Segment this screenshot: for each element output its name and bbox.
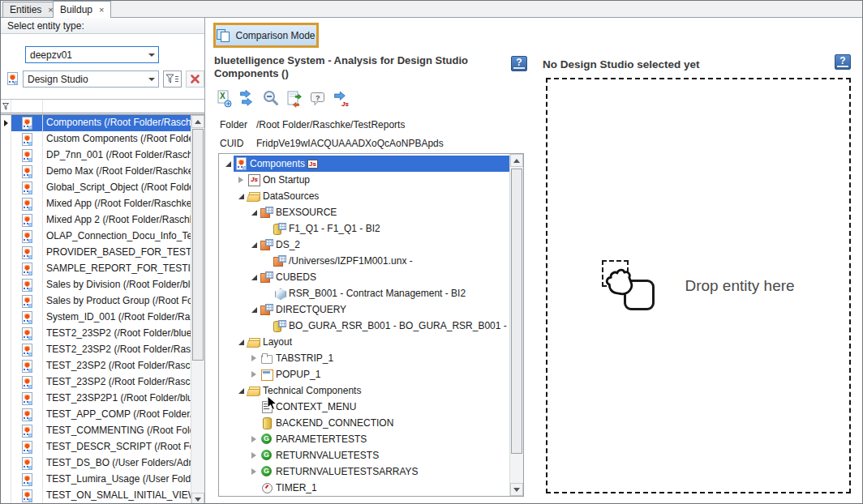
tree-item[interactable]: Technical Components [219, 382, 523, 399]
tab-buildup[interactable]: Buildup × [53, 1, 111, 18]
entity-list-item[interactable]: TEST_Lumira_Usage (/User Folders/A [1, 472, 204, 488]
infocube-icon [273, 287, 286, 300]
row-marker [1, 423, 11, 439]
scroll-up-icon[interactable] [191, 115, 204, 128]
row-marker [1, 212, 11, 229]
tree-item[interactable]: CONTEXT_MENU [219, 399, 523, 415]
entity-type-dropdown-value: Design Studio [24, 74, 144, 85]
expander-expanded-icon[interactable] [235, 340, 247, 345]
analysis-toolbar: X?Js [214, 89, 351, 109]
entity-list-item[interactable]: Mixed App 2 (/Root Folder/Raschke/D [1, 212, 204, 229]
entity-list-item[interactable]: TEST_23SP2 (/Root Folder/Raschke/L [1, 374, 204, 391]
entity-label: DP_7nn_001 (/Root Folder/Raschke/T [43, 147, 204, 164]
row-marker [1, 147, 11, 164]
entity-list-item[interactable]: TEST_APP_COMP (/Root Folder/bluet [1, 407, 204, 423]
drop-zone[interactable]: Drop entity here [546, 78, 851, 493]
expander-collapsed-icon[interactable] [248, 371, 260, 378]
close-icon[interactable]: × [99, 6, 104, 15]
expander-expanded-icon[interactable] [248, 307, 260, 313]
comment-question-icon[interactable]: ? [308, 89, 328, 109]
expander-collapsed-icon[interactable] [248, 468, 260, 475]
zoom-out-icon[interactable] [261, 89, 281, 109]
compare-doc-icon[interactable] [285, 89, 304, 109]
entity-list-item[interactable]: DP_7nn_001 (/Root Folder/Raschke/T [1, 147, 204, 164]
design-studio-icon [20, 376, 33, 389]
entity-list-item[interactable]: TEST_23SP2P1 (/Root Folder/bluetelli [1, 391, 204, 407]
expander-expanded-icon[interactable] [248, 275, 260, 280]
tree-scrollbar[interactable] [509, 154, 523, 496]
entity-type-dropdown[interactable]: Design Studio [23, 70, 159, 88]
entity-list-item[interactable]: System_ID_001 (/Root Folder/Raschk [1, 310, 204, 326]
system-dropdown[interactable]: deepzv01 [25, 46, 159, 63]
expander-expanded-icon[interactable] [235, 194, 247, 199]
entity-list-item[interactable]: Sales by Division (/Root Folder/bluete [1, 277, 204, 293]
tree-item[interactable]: ComponentsJs [219, 156, 523, 172]
filter-button[interactable] [163, 70, 182, 88]
tree-item[interactable]: DataSources [219, 188, 523, 204]
tree-item[interactable]: BACKEND_CONNECTION [219, 415, 523, 431]
tree-item[interactable]: TIMER_1 [219, 480, 523, 496]
design-studio-icon [6, 72, 19, 85]
entity-list-item[interactable]: Sales by Product Group (/Root Folder [1, 293, 204, 310]
tree-item[interactable]: PARAMETERTESTS [219, 431, 523, 447]
expander-collapsed-icon[interactable] [248, 436, 260, 442]
expander-expanded-icon[interactable] [222, 161, 234, 167]
entity-list-scrollbar[interactable] [191, 115, 204, 504]
tree-item[interactable]: F1_Q1 - F1_Q1 - BI2 [219, 220, 523, 237]
excel-export-icon[interactable]: X [214, 89, 234, 109]
tree-item[interactable]: BO_GURA_RSR_B001 - BO_GURA_RSR_B001 - BI… [219, 318, 523, 334]
expander-collapsed-icon[interactable] [248, 355, 260, 361]
entity-list-item[interactable]: Custom Components (/Root Folder/Ra [1, 131, 204, 147]
tree-item[interactable]: CUBEDS [219, 269, 523, 285]
clear-filter-button[interactable] [186, 70, 204, 88]
entity-list-item[interactable]: TEST_DS_BO (/User Folders/Administ [1, 455, 204, 472]
entity-list-item[interactable]: Components (/Root Folder/Raschke/T [1, 115, 204, 131]
tree-item[interactable]: RETURNVALUETESTSARRAYS [219, 463, 523, 480]
tree-item[interactable]: DIRECTQUERY [219, 301, 523, 318]
scroll-up-icon[interactable] [510, 154, 523, 167]
timer-icon [260, 481, 273, 494]
entity-list-item[interactable]: PROVIDER_BASED_FOR_TESTING (/F [1, 245, 204, 261]
entity-list-item[interactable]: TEST_DESCR_SCRIPT (/Root Folder/F [1, 439, 204, 455]
filter-row-cell[interactable] [1, 100, 11, 113]
tree-item-label: Layout [263, 336, 292, 348]
tree-item[interactable]: RSR_B001 - Contract Management - BI2 [219, 285, 523, 301]
entity-list-item[interactable]: TEST_ON_SMALL_INITIAL_VIEW (/Rc [1, 488, 204, 504]
entity-list-item[interactable]: TEST_23SP2 (/Root Folder/Raschke/D [1, 358, 204, 374]
scroll-down-icon[interactable] [191, 493, 204, 504]
expander-collapsed-icon[interactable] [248, 452, 260, 459]
help-icon[interactable] [511, 56, 527, 71]
tree-item[interactable]: /Universes/IZPF1M001.unx - [219, 253, 523, 269]
entity-list-item[interactable]: Demo Max (/Root Folder/Raschke) [1, 164, 204, 180]
help-icon[interactable] [835, 54, 851, 70]
sync-arrows-icon[interactable] [238, 89, 257, 109]
entity-list-item[interactable]: Global_Script_Object (/Root Folder/R [1, 180, 204, 196]
entity-list-item[interactable]: TEST_COMMENTING (/Root Folder/bl [1, 423, 204, 439]
entity-list-item[interactable]: Mixed App (/Root Folder/Raschke/De [1, 196, 204, 212]
tree-item[interactable]: TABSTRIP_1 [219, 350, 523, 366]
tree-item[interactable]: RETURNVALUETESTS [219, 447, 523, 463]
expander-expanded-icon[interactable] [235, 388, 247, 394]
chevron-down-icon[interactable] [144, 47, 158, 62]
expander-expanded-icon[interactable] [248, 210, 260, 216]
js-export-icon[interactable]: Js [332, 89, 351, 109]
scrollbar-thumb[interactable] [511, 169, 522, 454]
scroll-down-icon[interactable] [510, 483, 523, 496]
entity-label: Sales by Division (/Root Folder/bluete [43, 277, 204, 293]
design-studio-icon [20, 473, 33, 486]
chevron-down-icon[interactable] [144, 71, 158, 87]
scrollbar-thumb[interactable] [192, 129, 204, 361]
entity-list-item[interactable]: TEST2_23SP2 (/Root Folder/Raschke, [1, 342, 204, 358]
entity-list-item[interactable]: TEST2_23SP2 (/Root Folder/bluetellig [1, 326, 204, 342]
tree-item[interactable]: POPUP_1 [219, 366, 523, 382]
tree-item[interactable]: DS_2 [219, 237, 523, 253]
expander-collapsed-icon[interactable] [235, 177, 247, 183]
row-marker [1, 245, 11, 261]
entity-list-item[interactable]: OLAP_Connection_Docu_Info_Test (/ [1, 229, 204, 245]
entity-list-item[interactable]: SAMPLE_REPORT_FOR_TESTING_M ( [1, 261, 204, 277]
tree-item[interactable]: Layout [219, 334, 523, 350]
expander-expanded-icon[interactable] [248, 242, 260, 248]
tree-item[interactable]: BEXSOURCE [219, 204, 523, 220]
comparison-mode-button[interactable]: Comparison Mode [213, 23, 319, 48]
tree-item[interactable]: On Startup [219, 172, 523, 188]
